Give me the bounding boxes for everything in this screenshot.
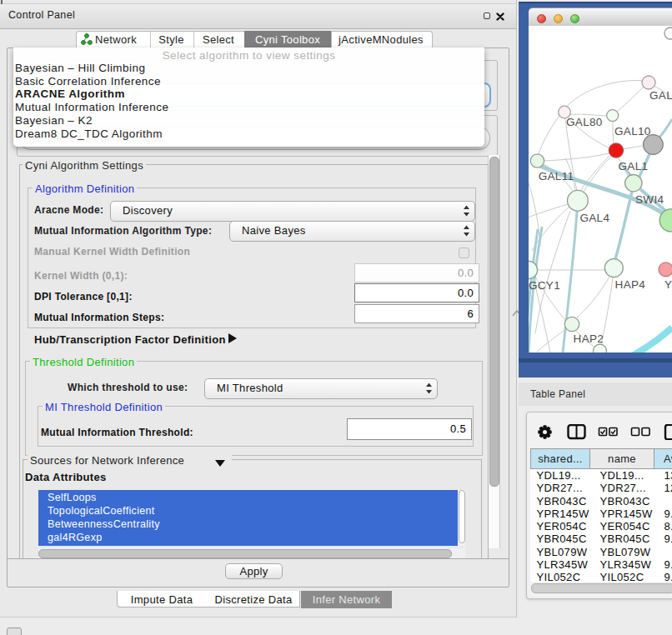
svg-text:HAP4: HAP4 [615, 278, 646, 291]
svg-text:GAL11: GAL11 [539, 170, 574, 182]
svg-text:GAL80: GAL80 [566, 116, 603, 128]
svg-text:GCY1: GCY1 [529, 279, 560, 292]
svg-text:SWI4: SWI4 [635, 193, 664, 206]
svg-text:GAL7: GAL7 [649, 89, 672, 102]
svg-text:GAL4: GAL4 [579, 212, 609, 224]
svg-text:GAL1: GAL1 [619, 160, 649, 172]
svg-text:GAL10: GAL10 [614, 125, 651, 138]
svg-text:HAP2: HAP2 [574, 332, 604, 345]
svg-text:Y: Y [664, 278, 672, 291]
